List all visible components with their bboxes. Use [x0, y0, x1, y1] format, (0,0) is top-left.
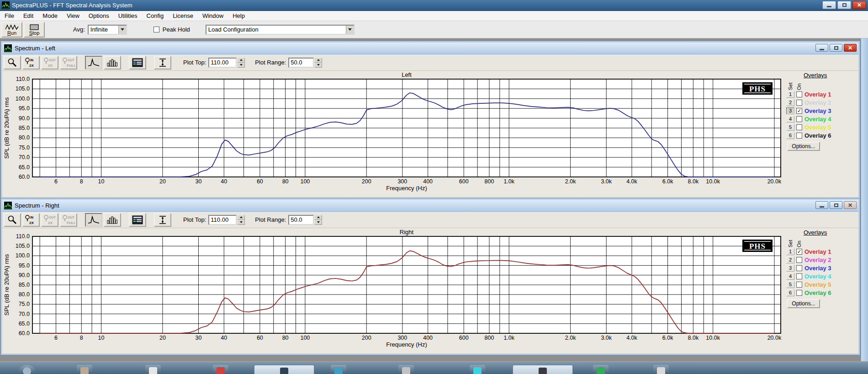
menu-item-window[interactable]: Window: [198, 11, 228, 21]
overlay-checkbox-3[interactable]: ✓: [796, 108, 802, 114]
line-plot-button[interactable]: [85, 56, 102, 69]
overlay-set-button-2[interactable]: 2: [786, 256, 794, 263]
close-button[interactable]: ✕: [844, 201, 857, 209]
taskbar-app-4[interactable]: [254, 365, 314, 374]
zoom-out-2x-button[interactable]: OUT2X: [41, 56, 58, 69]
menu-item-edit[interactable]: Edit: [19, 11, 38, 21]
overlay-set-button-2[interactable]: 2: [786, 99, 794, 106]
taskbar-app-9[interactable]: [593, 365, 609, 374]
menu-item-mode[interactable]: Mode: [38, 11, 62, 21]
overlay-options-button[interactable]: Options...: [787, 299, 820, 308]
menu-item-license[interactable]: License: [168, 11, 198, 21]
taskbar-app-7[interactable]: [470, 365, 485, 374]
maximize-button[interactable]: [830, 201, 842, 209]
menu-item-file[interactable]: File: [0, 11, 19, 21]
menu-item-options[interactable]: Options: [84, 11, 114, 21]
plot-top-input[interactable]: [208, 215, 237, 225]
close-button[interactable]: ✕: [852, 1, 866, 9]
spinner-down-button[interactable]: [314, 63, 322, 68]
mdi-workspace: Spectrum - Left ✕ IN2XOUT2XOUTFULL Plot …: [0, 38, 868, 361]
overlay-checkbox-6[interactable]: [796, 290, 802, 296]
peak-hold-checkbox[interactable]: [153, 27, 159, 32]
line-plot-button[interactable]: [85, 213, 102, 227]
overlay-checkbox-2[interactable]: [796, 100, 802, 106]
overlay-row: 3✓Overlay 3: [786, 107, 856, 115]
spectrum-right-plot[interactable]: 60.065.070.075.080.085.090.095.0100.0105…: [3, 228, 787, 353]
spinner-up-button[interactable]: [314, 58, 322, 63]
overlay-checkbox-5[interactable]: [796, 282, 802, 288]
overlay-checkbox-3[interactable]: [796, 265, 802, 271]
overlays-panel: OverlaysSetOn1Overlay 12Overlay 23✓Overl…: [786, 72, 856, 151]
spectrum-left-title: Spectrum - Left: [15, 45, 55, 52]
spinner-up-button[interactable]: [237, 58, 245, 63]
taskbar-app-8[interactable]: [513, 365, 573, 374]
start-orb[interactable]: [19, 365, 35, 374]
menu-item-view[interactable]: View: [62, 11, 84, 21]
zoom-in-2x-button[interactable]: IN2X: [22, 213, 40, 227]
overlay-checkbox-1[interactable]: [796, 91, 802, 97]
overlay-checkbox-4[interactable]: [796, 273, 802, 279]
bar-plot-button[interactable]: [104, 56, 121, 69]
menu-item-config[interactable]: Config: [142, 11, 169, 21]
overlay-checkbox-5[interactable]: [796, 124, 802, 130]
overlay-checkbox-1[interactable]: ✓: [796, 249, 802, 255]
overlay-set-button-1[interactable]: 1: [786, 91, 794, 98]
menu-item-help[interactable]: Help: [228, 11, 249, 21]
taskbar-app-5[interactable]: [331, 365, 346, 374]
averaging-combo[interactable]: Infinite: [88, 25, 127, 35]
load-configuration-combo-button[interactable]: [346, 26, 354, 34]
taskbar-app-3[interactable]: [213, 365, 228, 374]
overlay-set-button-4[interactable]: 4: [786, 273, 794, 280]
zoom-in-2x-button[interactable]: IN2X: [22, 56, 40, 69]
overlay-set-button-6[interactable]: 6: [786, 289, 794, 296]
bar-plot-button[interactable]: [104, 213, 121, 227]
x-axis-label: Frequency (Hz): [386, 185, 427, 192]
overlay-set-button-4[interactable]: 4: [786, 116, 794, 123]
overlay-options-button[interactable]: Options...: [787, 142, 820, 151]
plot-range-input[interactable]: [288, 58, 314, 68]
taskbar-app-2[interactable]: [145, 365, 161, 374]
cursor-button[interactable]: [154, 56, 171, 69]
spinner-down-button[interactable]: [314, 220, 322, 225]
cursor-button[interactable]: [154, 213, 171, 227]
minimize-button[interactable]: [815, 44, 828, 52]
minimize-button[interactable]: [822, 1, 836, 9]
overlay-checkbox-6[interactable]: [796, 133, 802, 139]
spectrum-left-plot[interactable]: 60.065.070.075.080.085.090.095.0100.0105…: [3, 71, 787, 196]
taskbar-app-6[interactable]: [398, 365, 414, 374]
zoom-button[interactable]: [4, 56, 21, 69]
zoom-out-2x-button[interactable]: OUT2X: [41, 213, 58, 227]
stop-button[interactable]: Stop: [24, 22, 45, 37]
menu-item-utilities[interactable]: Utilities: [114, 11, 142, 21]
overlay-set-button-3[interactable]: 3: [786, 265, 794, 272]
spinner-up-button[interactable]: [237, 215, 245, 220]
zoom-button[interactable]: [4, 213, 21, 227]
zoom-out-full-button[interactable]: OUTFULL: [60, 56, 77, 69]
stop-button-label: Stop: [29, 31, 40, 36]
overlay-set-button-1[interactable]: 1: [786, 248, 794, 255]
spinner-down-button[interactable]: [237, 220, 245, 225]
overlay-set-button-5[interactable]: 5: [786, 281, 794, 288]
run-button[interactable]: Run: [1, 22, 22, 37]
x-tick-label: 40: [221, 335, 227, 341]
overlay-set-button-6[interactable]: 6: [786, 132, 794, 139]
spinner-up-button[interactable]: [314, 215, 322, 220]
maximize-button[interactable]: [830, 44, 842, 52]
taskbar-app-1[interactable]: [77, 365, 92, 374]
display-options-button[interactable]: [129, 56, 146, 69]
taskbar-app-10[interactable]: [653, 365, 669, 374]
overlay-set-button-5[interactable]: 5: [786, 124, 794, 131]
minimize-button[interactable]: [815, 201, 828, 209]
zoom-out-full-button[interactable]: OUTFULL: [60, 213, 77, 227]
spinner-down-button[interactable]: [237, 63, 245, 68]
plot-top-input[interactable]: [208, 58, 237, 68]
load-configuration-combo[interactable]: Load Configuration: [206, 25, 355, 35]
overlay-checkbox-4[interactable]: [796, 116, 802, 122]
overlay-checkbox-2[interactable]: [796, 257, 802, 263]
close-button[interactable]: ✕: [844, 44, 857, 52]
overlay-set-button-3[interactable]: 3: [786, 107, 794, 114]
averaging-combo-button[interactable]: [118, 26, 126, 34]
plot-range-input[interactable]: [288, 215, 314, 225]
maximize-button[interactable]: [837, 1, 851, 9]
display-options-button[interactable]: [129, 213, 146, 227]
